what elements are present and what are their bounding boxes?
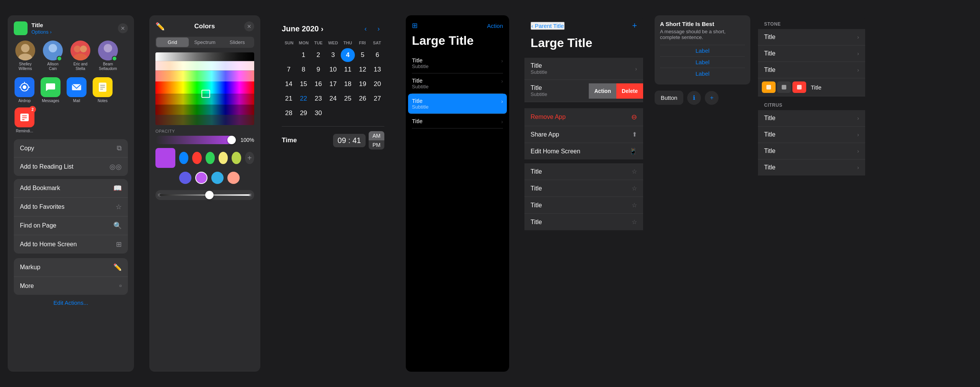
tab-spectrum[interactable]: Spectrum	[189, 37, 221, 47]
nav-list-item[interactable]: Title Subtitle ›	[524, 58, 643, 80]
alert-label[interactable]: Label	[660, 45, 745, 56]
nav-back-button[interactable]: ‹ Parent Title	[531, 22, 565, 30]
citrus-row[interactable]: Title ›	[758, 159, 865, 176]
alert-label[interactable]: Label	[660, 68, 745, 79]
calendar-date[interactable]: 29	[297, 106, 311, 120]
swatch-cyan[interactable]	[211, 172, 224, 184]
swipe-action-button[interactable]: Action	[589, 83, 616, 99]
calendar-date[interactable]: 1	[297, 48, 311, 62]
nav-plus-button[interactable]: +	[632, 21, 637, 31]
calendar-date[interactable]: 8	[297, 63, 311, 76]
contact-item[interactable]: BeamSellaudom	[96, 41, 119, 71]
swatch-indigo[interactable]	[179, 172, 191, 184]
calendar-date[interactable]: 3	[326, 48, 340, 62]
list-row[interactable]: › Title Subtitle	[412, 73, 503, 94]
app-item-airdrop[interactable]: Airdrop	[14, 77, 35, 103]
add-reading-list-action[interactable]: Add to Reading List ◎◎	[14, 158, 128, 176]
calendar-date-today[interactable]: 4	[341, 48, 355, 62]
calendar-date[interactable]: 19	[356, 77, 370, 91]
calendar-date-blue[interactable]: 22	[297, 92, 311, 106]
alert-main-button[interactable]: Button	[655, 91, 683, 105]
contact-item[interactable]: Eric andStella	[69, 41, 92, 71]
calendar-date[interactable]: 9	[311, 63, 325, 76]
calendar-date[interactable]: 10	[326, 63, 340, 76]
star-row[interactable]: Title ☆	[524, 180, 643, 197]
calendar-date[interactable]: 28	[282, 106, 296, 120]
list-row[interactable]: › Title Subtitle	[412, 53, 503, 73]
calendar-date[interactable]: 7	[282, 63, 296, 76]
calendar-date[interactable]: 23	[311, 92, 325, 106]
remove-app-row[interactable]: Remove App ⊖	[524, 108, 643, 126]
segment-gray1[interactable]	[777, 81, 791, 93]
add-swatch-button[interactable]: +	[245, 152, 254, 164]
time-value[interactable]: 09 : 41	[333, 134, 366, 147]
contact-item[interactable]: AllisonCain	[41, 41, 64, 71]
app-item-reminders[interactable]: 2 Remindi...	[14, 107, 35, 133]
nav-swipe-row[interactable]: Title Subtitle Action Delete	[524, 80, 643, 102]
calendar-date[interactable]: 13	[370, 63, 384, 76]
segment-red[interactable]	[792, 81, 806, 93]
calendar-date[interactable]: 17	[326, 77, 340, 91]
calendar-date[interactable]: 15	[297, 77, 311, 91]
calendar-prev-button[interactable]: ‹	[360, 23, 371, 34]
swatch-blue[interactable]	[179, 152, 188, 164]
citrus-row[interactable]: Title ›	[758, 110, 865, 127]
segmented-control-row[interactable]: Title	[758, 78, 865, 96]
calendar-next-button[interactable]: ›	[373, 23, 384, 34]
sidebar-toggle-icon[interactable]: ⊞	[412, 21, 418, 30]
star-icon[interactable]: ☆	[632, 185, 637, 192]
calendar-date[interactable]: 14	[282, 77, 296, 91]
stone-row[interactable]: Title ›	[758, 29, 865, 46]
calendar-date[interactable]: 5	[356, 48, 370, 62]
star-row[interactable]: Title ☆	[524, 163, 643, 180]
brightness-thumb[interactable]	[205, 191, 214, 199]
pm-button[interactable]: PM	[369, 140, 384, 150]
color-palette[interactable]	[155, 52, 254, 125]
markup-action[interactable]: Markup ✏️	[14, 258, 128, 277]
star-icon[interactable]: ☆	[632, 218, 637, 226]
calendar-date[interactable]: 30	[311, 106, 325, 120]
copy-action[interactable]: Copy ⧉	[14, 139, 128, 158]
swatch-yellow[interactable]	[219, 152, 228, 164]
star-icon[interactable]: ☆	[632, 202, 637, 209]
share-options-link[interactable]: Options ›	[31, 29, 52, 35]
app-item-mail[interactable]: Mail	[66, 77, 87, 103]
tab-grid[interactable]: Grid	[156, 37, 189, 47]
stone-row[interactable]: Title ›	[758, 46, 865, 62]
alert-info-button[interactable]: ℹ	[687, 91, 701, 105]
list-row[interactable]: › Title	[412, 114, 503, 128]
swatch-lime[interactable]	[232, 152, 241, 164]
swipe-delete-button[interactable]: Delete	[616, 83, 643, 99]
swatch-red[interactable]	[192, 152, 201, 164]
calendar-date[interactable]: 26	[356, 92, 370, 106]
calendar-date[interactable]: 12	[356, 63, 370, 76]
calendar-date[interactable]: 27	[370, 92, 384, 106]
am-button[interactable]: AM	[369, 131, 384, 140]
citrus-row[interactable]: Title ›	[758, 143, 865, 159]
swatch-purple[interactable]	[195, 172, 207, 184]
list-action-button[interactable]: Action	[487, 23, 503, 29]
calendar-date[interactable]: 18	[341, 77, 355, 91]
calendar-date[interactable]: 6	[370, 48, 384, 62]
add-home-screen-action[interactable]: Add to Home Screen ⊞	[14, 235, 128, 254]
tab-sliders[interactable]: Sliders	[221, 37, 253, 47]
star-row[interactable]: Title ☆	[524, 197, 643, 214]
share-app-row[interactable]: Share App ⬆	[524, 126, 643, 143]
more-action[interactable]: More ▫️	[14, 277, 128, 295]
add-favorites-action[interactable]: Add to Favorites ☆	[14, 198, 128, 216]
list-row-selected[interactable]: › Title Subtitle	[408, 94, 507, 114]
segment-orange[interactable]	[762, 81, 776, 93]
stone-row[interactable]: Title ›	[758, 62, 865, 78]
share-close-button[interactable]: ✕	[118, 23, 128, 33]
add-bookmark-action[interactable]: Add Bookmark 📖	[14, 179, 128, 198]
calendar-date[interactable]: 25	[341, 92, 355, 106]
calendar-date[interactable]: 20	[370, 77, 384, 91]
star-row[interactable]: Title ☆	[524, 214, 643, 230]
calendar-date[interactable]: 11	[341, 63, 355, 76]
contact-item[interactable]: DaKn	[124, 41, 128, 71]
calendar-date[interactable]: 16	[311, 77, 325, 91]
citrus-row[interactable]: Title ›	[758, 127, 865, 143]
edit-home-screen-row[interactable]: Edit Home Screen 📱	[524, 143, 643, 159]
alert-label[interactable]: Label	[660, 56, 745, 68]
swatch-green[interactable]	[206, 152, 215, 164]
